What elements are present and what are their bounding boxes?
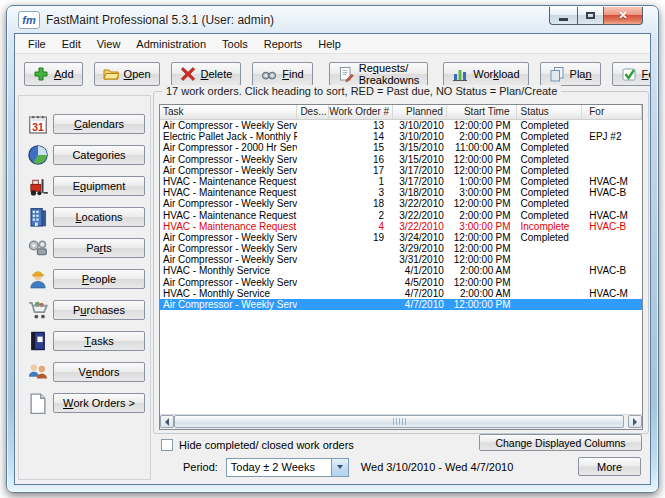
table-row[interactable]: Air Compressor - Weekly Service3/31/2010… — [160, 254, 642, 265]
minimize-button[interactable] — [549, 7, 577, 25]
svg-text:31: 31 — [32, 121, 44, 132]
table-row[interactable]: HVAC - Maintenance Request43/22/20103:00… — [160, 221, 642, 232]
cell-order: 2 — [329, 210, 393, 221]
scrollbar-thumb[interactable] — [174, 415, 624, 428]
column-header-4[interactable]: Start Time — [447, 105, 517, 119]
menu-item-edit[interactable]: Edit — [54, 36, 89, 52]
cell-order — [329, 265, 393, 276]
table-row[interactable]: HVAC - Monthly Service4/7/20102:00:00 AM… — [160, 288, 642, 299]
cell-task: HVAC - Maintenance Request — [160, 187, 297, 198]
find-icon — [261, 66, 277, 82]
table-row[interactable]: Air Compressor - Weekly Service193/24/20… — [160, 232, 642, 243]
scroll-left-button[interactable] — [160, 415, 174, 428]
sidebar-item-equipment[interactable]: Equipment — [53, 176, 145, 196]
cell-for — [582, 120, 642, 131]
cell-order: 15 — [329, 142, 393, 153]
combo-dropdown-button[interactable] — [331, 459, 348, 476]
table-row[interactable]: HVAC - Maintenance Request33/18/20103:00… — [160, 187, 642, 198]
sidebar-item-locations[interactable]: Locations — [53, 207, 145, 227]
document-icon — [23, 391, 53, 415]
workload-button[interactable]: Workload — [443, 62, 528, 86]
change-displayed-columns-button[interactable]: Change Displayed Columns — [479, 434, 642, 451]
sidebar-item-purchases[interactable]: Purchases — [53, 300, 145, 320]
column-header-5[interactable]: Status — [517, 105, 583, 119]
sidebar-item-categories[interactable]: Categories — [53, 145, 145, 165]
sidebar-item-vendors[interactable]: Vendors — [53, 362, 145, 382]
table-row[interactable]: Air Compressor - Weekly Service133/10/20… — [160, 120, 642, 131]
period-select[interactable]: Today ± 2 Weeks — [226, 458, 349, 477]
cell-desc — [297, 198, 329, 209]
cell-planned: 3/24/2010 — [393, 232, 447, 243]
cell-order: 19 — [329, 232, 393, 243]
cell-for: HVAC-M — [582, 288, 642, 299]
menu-item-tools[interactable]: Tools — [214, 36, 256, 52]
sidebar-row-parts: Parts — [19, 232, 150, 263]
column-header-1[interactable]: Des... — [297, 105, 329, 119]
workorders-table[interactable]: TaskDes...Work Order #PlannedStart TimeS… — [159, 104, 643, 430]
scroll-left-icon — [165, 418, 169, 426]
hide-completed-checkbox[interactable] — [161, 439, 173, 451]
pie-chart-icon — [23, 143, 53, 167]
table-row[interactable]: Air Compressor - Weekly Service3/29/2010… — [160, 243, 642, 254]
cell-start: 12:00:00 PM — [447, 254, 517, 265]
cell-desc — [297, 131, 329, 142]
cell-order — [329, 288, 393, 299]
more-button[interactable]: More — [578, 457, 641, 476]
table-row[interactable]: Air Compressor - Weekly Service173/17/20… — [160, 165, 642, 176]
open-button[interactable]: Open — [94, 62, 160, 86]
maximize-button[interactable] — [577, 7, 604, 25]
table-row[interactable]: Air Compressor - Weekly Service183/22/20… — [160, 198, 642, 209]
sidebar-item-parts[interactable]: Parts — [53, 238, 145, 258]
table-row[interactable]: HVAC - Maintenance Request23/22/20102:00… — [160, 210, 642, 221]
cell-desc — [297, 176, 329, 187]
menu-item-administration[interactable]: Administration — [128, 36, 214, 52]
scroll-right-button[interactable] — [628, 415, 642, 428]
cell-desc — [297, 187, 329, 198]
close-button[interactable]: ✕ — [604, 7, 643, 25]
delete-icon — [180, 66, 196, 82]
feedback-button[interactable]: Feedback — [612, 62, 651, 86]
cell-status: Completed — [517, 232, 583, 243]
horizontal-scrollbar[interactable] — [160, 414, 642, 429]
cell-task: Air Compressor - Weekly Service — [160, 254, 297, 265]
sidebar-row-tasks: Tasks — [19, 325, 150, 356]
sidebar-item-people[interactable]: People — [53, 269, 145, 289]
table-row[interactable]: HVAC - Maintenance Request13/17/20101:00… — [160, 176, 642, 187]
menu-item-reports[interactable]: Reports — [256, 36, 311, 52]
table-row[interactable]: HVAC - Monthly Service4/1/20102:00:00 AM… — [160, 265, 642, 276]
table-body: Air Compressor - Weekly Service133/10/20… — [160, 120, 642, 310]
cell-status — [517, 288, 583, 299]
table-row[interactable]: Air Compressor - Weekly Service4/5/20101… — [160, 277, 642, 288]
cart-icon — [23, 298, 53, 322]
sidebar-item-calendars[interactable]: Calendars — [53, 114, 145, 134]
find-button[interactable]: Find — [252, 62, 312, 86]
table-row[interactable]: Electric Pallet Jack - Monthly PM143/10/… — [160, 131, 642, 142]
cell-order: 4 — [329, 221, 393, 232]
column-header-0[interactable]: Task — [160, 105, 297, 119]
cell-task: HVAC - Monthly Service — [160, 288, 297, 299]
column-header-2[interactable]: Work Order # — [329, 105, 393, 119]
menu-item-view[interactable]: View — [89, 36, 129, 52]
cell-order — [329, 243, 393, 254]
menu-item-help[interactable]: Help — [310, 36, 349, 52]
cell-status: Completed — [517, 131, 583, 142]
requests-breakdowns-button[interactable]: Requests/ Breakdowns — [329, 62, 429, 86]
table-row[interactable]: Air Compressor - Weekly Service163/15/20… — [160, 154, 642, 165]
sidebar-item-work-orders[interactable]: Work Orders > — [53, 393, 145, 413]
cell-desc — [297, 154, 329, 165]
cell-status: Completed — [517, 187, 583, 198]
close-icon: ✕ — [618, 9, 627, 22]
table-row[interactable]: Air Compressor - Weekly Service4/7/20101… — [160, 299, 642, 310]
sidebar-item-tasks[interactable]: Tasks — [53, 331, 145, 351]
add-button[interactable]: Add — [24, 62, 83, 86]
cell-planned: 3/31/2010 — [393, 254, 447, 265]
plan-button[interactable]: Plan — [540, 62, 601, 86]
cell-start: 2:00:00 PM — [447, 131, 517, 142]
menu-item-file[interactable]: File — [20, 36, 54, 52]
cell-planned: 3/15/2010 — [393, 154, 447, 165]
column-header-6[interactable]: For — [582, 105, 642, 119]
cell-planned: 3/10/2010 — [393, 131, 447, 142]
column-header-3[interactable]: Planned — [393, 105, 447, 119]
table-row[interactable]: Air Compressor - 2000 Hr Service153/15/2… — [160, 142, 642, 153]
delete-button[interactable]: Delete — [171, 62, 242, 86]
